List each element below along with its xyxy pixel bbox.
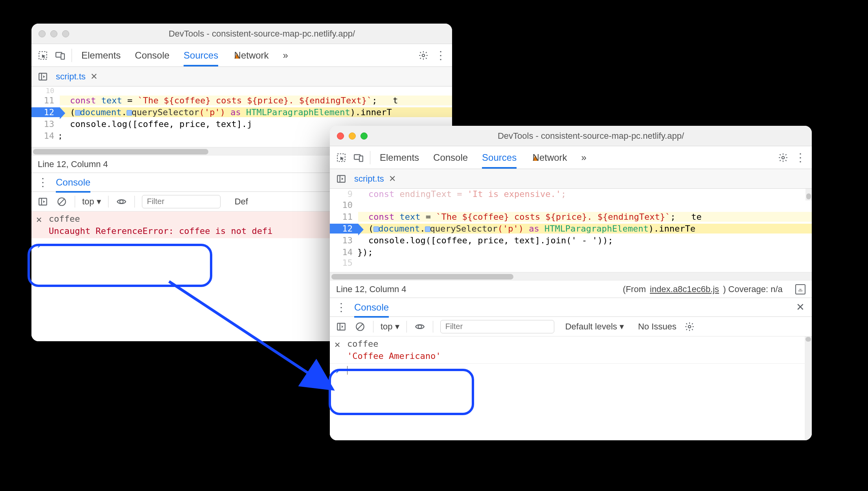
file-tab-script[interactable]: script.ts ✕ xyxy=(354,174,396,184)
tab-network[interactable]: ▲ Network xyxy=(531,152,567,163)
sidebar-toggle-icon[interactable] xyxy=(335,321,347,333)
console-toolbar: top ▾ Default levels ▾ No Issues xyxy=(330,317,812,337)
execution-line-number: 12 xyxy=(31,107,60,117)
window-controls[interactable] xyxy=(337,132,368,140)
sidebar-toggle-icon[interactable] xyxy=(37,196,49,208)
line-number: 13 xyxy=(31,119,60,129)
console-input-echo: coffee xyxy=(347,339,441,349)
clear-console-icon[interactable] xyxy=(354,321,366,333)
log-levels[interactable]: Default levels ▾ xyxy=(565,322,624,332)
line-number: 14 xyxy=(31,131,60,141)
device-toggle-icon[interactable] xyxy=(54,50,66,61)
file-tabs: script.ts ✕ xyxy=(31,67,452,86)
status-bar: Line 12, Column 4 (From index.a8c1ec6b.j… xyxy=(330,281,812,298)
kebab-icon[interactable]: ⋮ xyxy=(435,50,447,61)
console-output[interactable]: ✕ coffee 'Coffee Americano' › xyxy=(330,337,812,440)
close-icon[interactable]: ✕ xyxy=(90,72,97,82)
tab-sources[interactable]: Sources xyxy=(482,152,517,169)
tab-network[interactable]: ▲ Network xyxy=(232,50,268,61)
minimize-dot[interactable] xyxy=(349,132,356,140)
code-editor[interactable]: 9 const endingText = 'It is expensive.';… xyxy=(330,189,812,272)
chevron-right-icon: › xyxy=(36,241,43,250)
tab-network-label: Network xyxy=(533,152,567,163)
code-line: (document.querySelector('p') as HTMLPara… xyxy=(60,107,452,117)
tab-elements[interactable]: Elements xyxy=(81,50,121,61)
svg-point-24 xyxy=(418,325,421,328)
line-number: 9 xyxy=(330,189,358,199)
svg-line-23 xyxy=(358,324,363,329)
code-line: (document.querySelector('p') as HTMLPara… xyxy=(358,224,812,234)
tab-elements[interactable]: Elements xyxy=(380,152,419,163)
svg-rect-20 xyxy=(337,323,345,330)
live-expression-icon[interactable] xyxy=(116,196,127,208)
code-line: console.log([coffee, price, text].join('… xyxy=(358,235,812,245)
zoom-dot[interactable] xyxy=(62,30,69,37)
kebab-icon[interactable]: ⋮ xyxy=(37,177,49,188)
titlebar: DevTools - consistent-source-map-pc.netl… xyxy=(31,24,452,44)
kebab-icon[interactable]: ⋮ xyxy=(794,152,806,164)
cursor-position: Line 12, Column 4 xyxy=(38,159,108,169)
settings-icon[interactable] xyxy=(777,152,789,164)
titlebar: DevTools - consistent-source-map-pc.netl… xyxy=(330,126,812,146)
devtools-window-after: DevTools - consistent-source-map-pc.netl… xyxy=(330,126,812,440)
tab-console[interactable]: Console xyxy=(135,50,169,61)
horizontal-scrollbar[interactable] xyxy=(330,272,812,281)
issues-link[interactable]: No Issues xyxy=(638,322,677,332)
vertical-scrollbar[interactable] xyxy=(805,337,812,348)
filter-input[interactable] xyxy=(142,195,221,208)
clear-console-icon[interactable] xyxy=(56,196,68,208)
window-controls[interactable] xyxy=(39,30,69,37)
file-tab-label: script.ts xyxy=(354,174,384,184)
navigator-toggle-icon[interactable] xyxy=(335,173,347,185)
filter-input[interactable] xyxy=(440,320,554,333)
console-result: 'Coffee Americano' xyxy=(347,349,441,361)
context-selector[interactable]: top ▾ xyxy=(381,322,399,332)
settings-icon[interactable] xyxy=(417,50,429,61)
cursor-position: Line 12, Column 4 xyxy=(336,284,406,294)
kebab-icon[interactable]: ⋮ xyxy=(335,302,347,313)
svg-rect-6 xyxy=(39,198,47,205)
close-icon[interactable]: ✕ xyxy=(389,174,396,184)
console-prompt[interactable]: › xyxy=(330,364,805,378)
window-title: DevTools - consistent-source-map-pc.netl… xyxy=(377,131,805,141)
show-coverage-icon[interactable] xyxy=(795,284,805,294)
source-map-link[interactable]: index.a8c1ec6b.js xyxy=(650,284,719,294)
zoom-dot[interactable] xyxy=(360,132,368,140)
collapse-icon[interactable]: ✕ xyxy=(335,339,342,350)
live-expression-icon[interactable] xyxy=(414,321,426,333)
svg-rect-2 xyxy=(61,53,64,59)
file-tabs: script.ts ✕ xyxy=(330,169,812,189)
inspect-icon[interactable] xyxy=(37,50,49,61)
close-dot[interactable] xyxy=(337,132,344,140)
minimize-dot[interactable] xyxy=(50,30,57,37)
svg-point-25 xyxy=(688,325,691,328)
coverage-label: ) Coverage: n/a xyxy=(723,284,783,294)
file-tab-script[interactable]: script.ts ✕ xyxy=(56,72,97,82)
device-toggle-icon[interactable] xyxy=(353,152,364,164)
svg-rect-4 xyxy=(39,73,47,80)
log-levels[interactable]: Def xyxy=(235,197,248,207)
execution-line-number: 12 xyxy=(330,224,358,234)
vertical-scrollbar[interactable] xyxy=(805,189,812,200)
tab-console[interactable]: Console xyxy=(433,152,468,163)
svg-point-14 xyxy=(782,156,785,159)
tabs-overflow[interactable]: » xyxy=(581,152,587,163)
navigator-toggle-icon[interactable] xyxy=(37,71,49,83)
console-row: ✕ coffee 'Coffee Americano' xyxy=(330,337,805,364)
tab-sources[interactable]: Sources xyxy=(184,50,218,66)
close-drawer-icon[interactable]: ✕ xyxy=(794,302,806,313)
svg-line-9 xyxy=(59,199,64,204)
close-dot[interactable] xyxy=(39,30,46,37)
tab-network-label: Network xyxy=(234,50,269,61)
drawer-tab-console[interactable]: Console xyxy=(56,177,90,193)
svg-point-3 xyxy=(422,54,425,57)
drawer-tab-console[interactable]: Console xyxy=(354,302,389,318)
inspect-icon[interactable] xyxy=(335,152,347,164)
console-settings-icon[interactable] xyxy=(684,321,695,333)
error-close-icon[interactable]: ✕ xyxy=(36,214,43,225)
context-selector[interactable]: top ▾ xyxy=(82,197,101,207)
console-input-echo: coffee xyxy=(49,214,273,224)
tabs-overflow[interactable]: » xyxy=(283,50,288,61)
svg-rect-13 xyxy=(359,156,363,161)
panel-tabs: Elements Console Sources ▲ Network » ⋮ xyxy=(31,44,452,67)
